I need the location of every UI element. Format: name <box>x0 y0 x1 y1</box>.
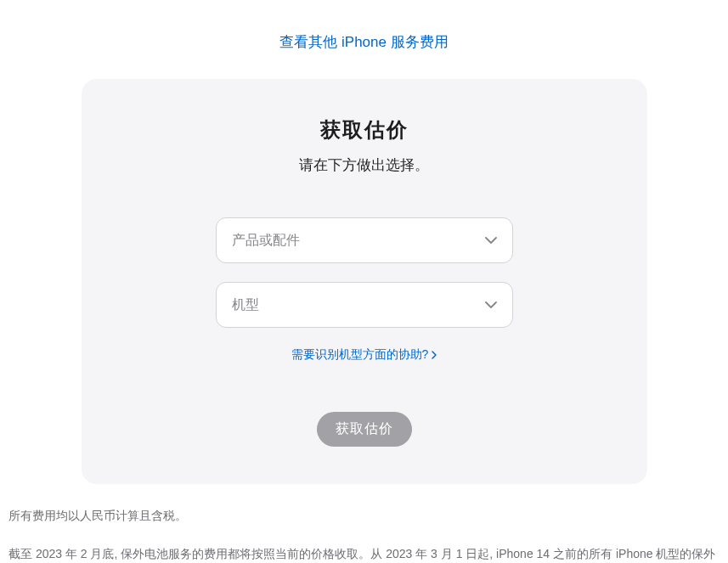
help-link-label: 需要识别机型方面的协助? <box>291 347 429 363</box>
footer-line-2-part1: 截至 2023 年 2 月底, 保外电池服务的费用都将按照当前的价格收取。从 2… <box>8 547 715 563</box>
submit-wrapper: 获取估价 <box>124 412 605 447</box>
chevron-down-icon <box>485 299 497 311</box>
other-services-link[interactable]: 查看其他 iPhone 服务费用 <box>279 34 448 50</box>
top-link-container: 查看其他 iPhone 服务费用 <box>0 0 728 79</box>
product-select[interactable]: 产品或配件 <box>216 217 513 263</box>
footer-line-2: 截至 2023 年 2 月底, 保外电池服务的费用都将按照当前的价格收取。从 2… <box>8 543 720 563</box>
product-select-wrapper: 产品或配件 <box>216 217 513 263</box>
model-select-wrapper: 机型 <box>216 282 513 328</box>
footer-line-1: 所有费用均以人民币计算且含税。 <box>8 504 720 527</box>
help-link-container: 需要识别机型方面的协助? <box>124 346 605 363</box>
card-title: 获取估价 <box>124 116 605 144</box>
footer-text: 所有费用均以人民币计算且含税。 截至 2023 年 2 月底, 保外电池服务的费… <box>0 484 728 563</box>
identify-model-help-link[interactable]: 需要识别机型方面的协助? <box>291 347 437 363</box>
card-subtitle: 请在下方做出选择。 <box>124 155 605 175</box>
product-select-placeholder: 产品或配件 <box>232 232 300 250</box>
get-estimate-button[interactable]: 获取估价 <box>317 412 412 447</box>
chevron-down-icon <box>485 234 497 246</box>
model-select-placeholder: 机型 <box>232 296 259 314</box>
chevron-right-icon <box>432 351 437 359</box>
estimate-card: 获取估价 请在下方做出选择。 产品或配件 机型 需要识别机型方面的协助? 获取估… <box>82 79 647 484</box>
model-select[interactable]: 机型 <box>216 282 513 328</box>
